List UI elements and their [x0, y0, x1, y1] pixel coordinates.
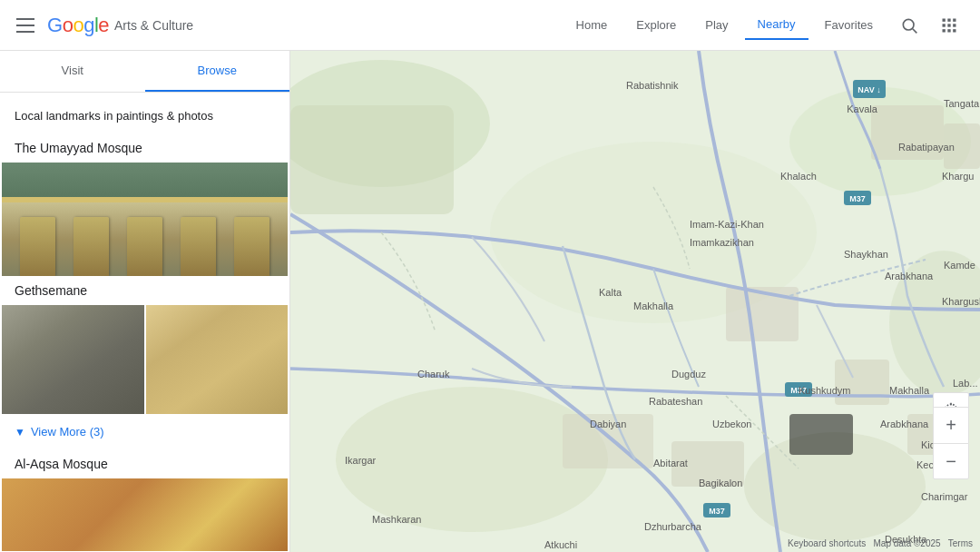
umayyad-image[interactable]	[2, 163, 288, 276]
svg-text:Rabatipayan: Rabatipayan	[898, 142, 955, 153]
apps-icon[interactable]	[933, 9, 965, 42]
map-area[interactable]: M37 M37 M37 NAV ↓ Kavala Tangatar Rabati…	[290, 51, 980, 552]
section-title: Local landmarks in paintings & photos	[0, 93, 289, 133]
svg-text:Ikargar: Ikargar	[345, 455, 377, 466]
header-icons	[893, 9, 965, 42]
svg-text:Kavala: Kavala	[847, 104, 878, 114]
svg-text:Khargu: Khargu	[942, 171, 974, 182]
svg-text:Makhalla: Makhalla	[633, 301, 674, 311]
svg-text:Kamde: Kamde	[944, 260, 975, 271]
map-svg: M37 M37 M37 NAV ↓ Kavala Tangatar Rabati…	[290, 51, 980, 552]
zoom-out-button[interactable]: −	[933, 443, 969, 479]
svg-text:Mashkaran: Mashkaran	[372, 514, 421, 525]
svg-text:Khargush: Khargush	[942, 296, 980, 307]
svg-text:Charuk: Charuk	[417, 369, 450, 380]
svg-rect-15	[290, 105, 454, 214]
svg-rect-23	[789, 414, 853, 455]
svg-text:Makhalla: Makhalla	[889, 385, 930, 396]
nav-explore[interactable]: Explore	[623, 11, 689, 39]
map-zoom-controls: + −	[933, 407, 969, 479]
nav-home[interactable]: Home	[564, 11, 621, 39]
svg-text:Uzbekon: Uzbekon	[712, 419, 751, 429]
svg-rect-9	[947, 29, 950, 32]
landmark-umayyad-title[interactable]: The Umayyad Mosque	[0, 133, 289, 163]
view-more-label: View More (3)	[31, 425, 104, 439]
svg-rect-10	[953, 29, 956, 32]
svg-text:Dugduz: Dugduz	[671, 369, 706, 380]
sidebar-tabs: Visit Browse	[0, 51, 289, 93]
svg-point-0	[903, 19, 914, 30]
app-header: Google Arts & Culture Home Explore Play …	[0, 0, 980, 51]
svg-text:Lab...: Lab...	[953, 378, 978, 389]
svg-text:Abitarat: Abitarat	[653, 458, 688, 468]
gethsemane-image-right[interactable]	[146, 305, 289, 414]
svg-text:Dabiyan: Dabiyan	[590, 419, 626, 429]
svg-rect-4	[953, 18, 956, 21]
svg-text:Kushkudym: Kushkudym	[799, 385, 850, 396]
landmark-gethsemane-title[interactable]: Gethsemane	[0, 276, 289, 305]
main-content: Visit Browse Local landmarks in painting…	[0, 51, 980, 552]
search-icon[interactable]	[893, 9, 926, 42]
svg-text:Tangatar: Tangatar	[944, 98, 980, 109]
svg-text:Dzhurbarcha: Dzhurbarcha	[644, 521, 702, 532]
svg-text:Arabkhana: Arabkhana	[885, 271, 934, 281]
view-more-button[interactable]: ▼ View More (3)	[0, 414, 289, 449]
svg-rect-7	[953, 24, 956, 26]
tab-visit[interactable]: Visit	[0, 51, 145, 92]
aqsa-image[interactable]	[2, 478, 288, 551]
nav-nearby[interactable]: Nearby	[745, 10, 808, 40]
svg-text:Khalach: Khalach	[780, 171, 817, 182]
svg-text:Shaykhan: Shaykhan	[844, 249, 888, 260]
terms-link[interactable]: Terms	[948, 538, 973, 548]
zoom-in-button[interactable]: +	[933, 407, 969, 443]
svg-text:Arabkhana: Arabkhana	[880, 419, 929, 429]
svg-text:Rabatishnik: Rabatishnik	[626, 80, 679, 91]
svg-text:Atkuchi: Atkuchi	[544, 539, 577, 550]
svg-rect-2	[943, 18, 946, 21]
svg-text:Kalta: Kalta	[599, 287, 622, 298]
gethsemane-images	[0, 305, 289, 414]
svg-text:M37: M37	[709, 507, 725, 516]
svg-line-1	[913, 28, 917, 33]
map-attribution: Keyboard shortcuts Map data ©2025 Terms	[788, 538, 973, 548]
svg-text:Bagikalon: Bagikalon	[699, 478, 742, 488]
main-nav: Home Explore Play Nearby Favorites	[564, 10, 886, 40]
umayyad-images	[0, 163, 289, 276]
svg-rect-20	[835, 360, 889, 405]
logo-google-text: Google	[47, 14, 109, 37]
sidebar: Visit Browse Local landmarks in painting…	[0, 51, 290, 552]
chevron-down-icon: ▼	[15, 426, 25, 439]
svg-text:Imamkazikhan: Imamkazikhan	[690, 237, 754, 248]
map-data-label: Map data ©2025	[874, 538, 941, 548]
svg-text:Charimgar: Charimgar	[921, 491, 968, 502]
tab-browse[interactable]: Browse	[145, 51, 290, 92]
menu-icon[interactable]	[15, 15, 36, 36]
svg-rect-8	[943, 29, 946, 32]
nav-play[interactable]: Play	[692, 11, 740, 39]
svg-rect-5	[943, 24, 946, 26]
logo-product-text: Arts & Culture	[114, 18, 193, 33]
svg-text:Imam-Kazi-Khan: Imam-Kazi-Khan	[690, 219, 764, 230]
sidebar-content: Local landmarks in paintings & photos Th…	[0, 93, 289, 552]
svg-rect-3	[947, 18, 950, 21]
svg-rect-6	[947, 24, 950, 26]
svg-text:M37: M37	[849, 194, 866, 203]
nav-favorites[interactable]: Favorites	[812, 11, 886, 39]
svg-text:Rabateshan: Rabateshan	[649, 396, 702, 407]
logo: Google Arts & Culture	[47, 14, 193, 37]
svg-text:NAV ↓: NAV ↓	[858, 85, 880, 94]
landmark-aqsa-title[interactable]: Al-Aqsa Mosque	[0, 449, 289, 478]
keyboard-shortcuts-link[interactable]: Keyboard shortcuts	[788, 538, 866, 548]
gethsemane-image-left[interactable]	[2, 305, 144, 414]
svg-rect-19	[726, 287, 799, 341]
